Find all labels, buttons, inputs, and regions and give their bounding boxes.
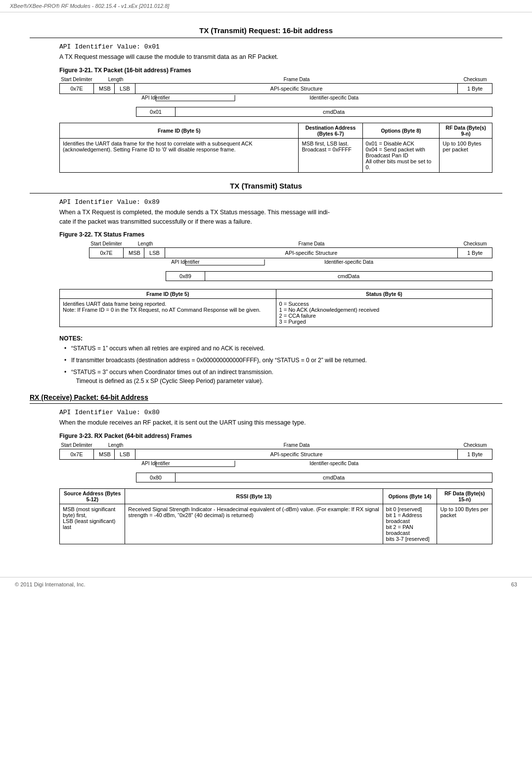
footer-copyright: © 2011 Digi Internatonal, Inc. bbox=[15, 581, 86, 587]
section-rx-64bit-title: RX (Receive) Packet: 64-bit Address bbox=[30, 393, 502, 401]
cell-status-val-txs: 0 = Success1 = No ACK (Acknowledgement) … bbox=[276, 299, 492, 327]
notes-txstatus: NOTES: “STATUS = 1” occurs when all retr… bbox=[59, 335, 492, 385]
section-tx-16bit: TX (Transmit) Request: 16-bit address AP… bbox=[30, 26, 502, 173]
note-item-3: “STATUS = 3” occurs when Coordinator tim… bbox=[64, 368, 492, 385]
cell-options-val-rx64: bit 0 [reserved]bit 1 = Address broadcas… bbox=[383, 504, 437, 544]
sub-box-0x89-txs: 0x89 bbox=[166, 271, 205, 281]
desc-txstatus: When a TX Request is completed, the modu… bbox=[59, 208, 492, 227]
detail-table-tx16: Frame ID (Byte 5) Destination Address (B… bbox=[59, 123, 492, 173]
detail-table-txstatus: Frame ID (Byte 5) Status (Byte 6) Identi… bbox=[59, 289, 492, 327]
desc-rx64: When the module receives an RF packet, i… bbox=[59, 418, 492, 428]
label-framedata-rx64: Frame Data bbox=[135, 442, 458, 448]
page-header: XBee®/XBee-PRO® RF Modules - 802.15.4 - … bbox=[0, 0, 532, 12]
label-checksum-tx16: Checksum bbox=[458, 77, 492, 82]
section-tx-16bit-title: TX (Transmit) Request: 16-bit address bbox=[30, 26, 502, 35]
label-framedata-txs: Frame Data bbox=[165, 241, 458, 246]
notes-list-txs: “STATUS = 1” occurs when all retries are… bbox=[59, 344, 492, 385]
figure-title-rx64: Figure 3-23. RX Packet (64-bit address) … bbox=[59, 432, 492, 439]
col-rfdata-tx16: RF Data (Byte(s) 9-n) bbox=[440, 123, 492, 138]
section-rx-64bit: RX (Receive) Packet: 64-bit Address API … bbox=[30, 393, 502, 544]
label-start-delim-tx16: Start Delimiter bbox=[59, 77, 94, 82]
box-lsb-txs: LSB bbox=[144, 247, 165, 258]
label-checksum-rx64: Checksum bbox=[458, 442, 492, 448]
page-footer: © 2011 Digi Internatonal, Inc. 63 bbox=[0, 577, 532, 591]
frame-diagram-tx16: Start Delimiter Length Frame Data Checks… bbox=[59, 77, 492, 117]
cell-destaddr-val-tx16: MSB first, LSB last.Broadcast = 0xFFFF bbox=[299, 138, 362, 172]
box-lsb-tx16: LSB bbox=[115, 83, 135, 94]
note-item-2: If transmitter broadcasts (destination a… bbox=[64, 356, 492, 365]
api-id-tx16: API Identifier Value: 0x01 bbox=[59, 43, 492, 50]
label-length-txs: Length bbox=[126, 241, 165, 246]
col-destaddr-tx16: Destination Address (Bytes 6-7) bbox=[299, 123, 362, 138]
detail-table-rx64: Source Address (Bytes 5-12) RSSI (Byte 1… bbox=[59, 488, 492, 544]
label-length-rx64: Length bbox=[96, 442, 135, 448]
col-options-tx16: Options (Byte 8) bbox=[362, 123, 440, 138]
box-msb-txs: MSB bbox=[124, 247, 144, 258]
cell-frameid-val-txs: Identifies UART data frame being reporte… bbox=[60, 299, 276, 327]
notes-title-txs: NOTES: bbox=[59, 335, 492, 342]
api-id-txstatus: API Identifier Value: 0x89 bbox=[59, 198, 492, 206]
sub-box-cmddata-txs: cmdData bbox=[205, 271, 492, 281]
box-msb-tx16: MSB bbox=[94, 83, 115, 94]
box-lsb-rx64: LSB bbox=[115, 449, 135, 460]
col-status-txs: Status (Byte 6) bbox=[276, 289, 492, 299]
box-0x7e-rx64: 0x7E bbox=[59, 449, 94, 460]
col-frameid-tx16: Frame ID (Byte 5) bbox=[60, 123, 299, 138]
frame-diagram-txstatus: Start Delimiter Length Frame Data Checks… bbox=[59, 241, 492, 281]
col-srcaddr-rx64: Source Address (Bytes 5-12) bbox=[60, 489, 125, 504]
note-item-1: “STATUS = 1” occurs when all retries are… bbox=[64, 344, 492, 353]
box-api-struct-txs: API-specific Structure bbox=[165, 247, 458, 258]
cell-srcaddr-val-rx64: MSB (most significant byte) first,LSB (l… bbox=[60, 504, 125, 544]
box-msb-rx64: MSB bbox=[94, 449, 115, 460]
box-1byte-rx64: 1 Byte bbox=[458, 449, 492, 460]
cell-rfdata-val-tx16: Up to 100 Bytes per packet bbox=[440, 138, 492, 172]
cell-rssi-val-rx64: Received Signal Strength Indicator - Hex… bbox=[125, 504, 383, 544]
box-0x7e-tx16: 0x7E bbox=[59, 83, 94, 94]
box-0x7e-txs: 0x7E bbox=[89, 247, 124, 258]
cell-rfdata-val-rx64: Up to 100 Bytes per packet bbox=[437, 504, 492, 544]
cell-options-val-tx16: 0x01 = Disable ACK0x04 = Send packet wit… bbox=[362, 138, 440, 172]
section-tx-status-title: TX (Transmit) Status bbox=[30, 182, 502, 190]
cell-frameid-val-tx16: Identifies the UART data frame for the h… bbox=[60, 138, 299, 172]
figure-title-tx16: Figure 3-21. TX Packet (16-bit address) … bbox=[59, 67, 492, 74]
section-tx-status: TX (Transmit) Status API Identifier Valu… bbox=[30, 182, 502, 386]
figure-title-txstatus: Figure 3-22. TX Status Frames bbox=[59, 231, 492, 238]
col-options-rx64: Options (Byte 14) bbox=[383, 489, 437, 504]
col-rssi-rx64: RSSI (Byte 13) bbox=[125, 489, 383, 504]
label-start-delim-txs: Start Delimiter bbox=[89, 241, 124, 246]
frame-diagram-rx64: Start Delimiter Length Frame Data Checks… bbox=[59, 442, 492, 482]
sub-box-0x80-rx64: 0x80 bbox=[136, 473, 176, 482]
box-api-struct-rx64: API-specific Structure bbox=[135, 449, 458, 460]
sub-box-cmddata-tx16: cmdData bbox=[176, 107, 492, 117]
sub-box-cmddata-rx64: cmdData bbox=[176, 473, 492, 482]
box-api-struct-tx16: API-specific Structure bbox=[135, 83, 458, 94]
col-frameid-txs: Frame ID (Byte 5) bbox=[60, 289, 276, 299]
sub-box-0x01-tx16: 0x01 bbox=[136, 107, 176, 117]
label-length-tx16: Length bbox=[96, 77, 135, 82]
col-rfdata-rx64: RF Data (Byte(s) 15-n) bbox=[437, 489, 492, 504]
box-1byte-tx16: 1 Byte bbox=[458, 83, 492, 94]
footer-page-number: 63 bbox=[511, 581, 517, 587]
api-id-rx64: API Identifier Value: 0x80 bbox=[59, 409, 492, 416]
desc-tx16: A TX Request message will cause the modu… bbox=[59, 52, 492, 62]
label-framedata-tx16: Frame Data bbox=[135, 77, 458, 82]
label-start-delim-rx64: Start Delimiter bbox=[59, 442, 94, 448]
label-checksum-txs: Checksum bbox=[458, 241, 492, 246]
box-1byte-txs: 1 Byte bbox=[458, 247, 492, 258]
